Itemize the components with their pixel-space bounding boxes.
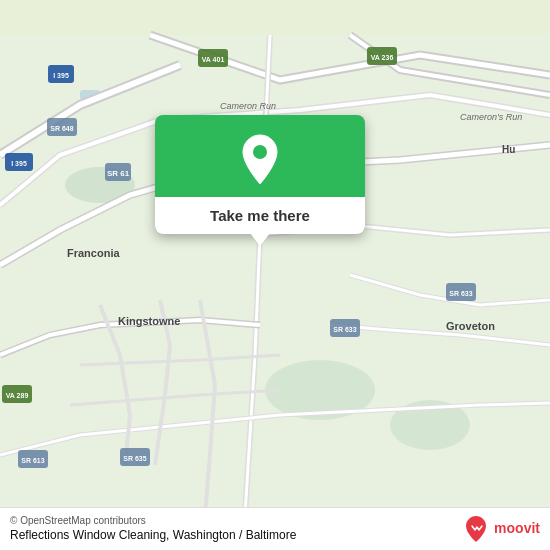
svg-text:VA 289: VA 289 [6, 392, 29, 399]
svg-text:SR 648: SR 648 [50, 125, 73, 132]
pin-icon-area [218, 115, 302, 197]
location-text: Reflections Window Cleaning, Washington … [10, 528, 296, 542]
svg-text:I 395: I 395 [53, 72, 69, 79]
copyright-text: © OpenStreetMap contributors [10, 515, 296, 526]
svg-text:Cameron Run: Cameron Run [220, 101, 276, 111]
moovit-logo: moovit [462, 514, 540, 542]
popup-card: Take me there [155, 115, 365, 234]
take-me-there-button[interactable]: Take me there [155, 197, 365, 234]
svg-point-33 [253, 145, 267, 159]
svg-text:I 395: I 395 [11, 160, 27, 167]
moovit-icon [462, 514, 490, 542]
bottom-bar: © OpenStreetMap contributors Reflections… [0, 507, 550, 550]
svg-text:VA 401: VA 401 [202, 56, 225, 63]
svg-text:SR 633: SR 633 [333, 326, 356, 333]
location-pin-icon [238, 133, 282, 187]
bottom-left: © OpenStreetMap contributors Reflections… [10, 515, 296, 542]
map-container: SR 61 I 395 I 395 VA 401 VA 236 SR 648 S… [0, 0, 550, 550]
svg-text:Hu: Hu [502, 144, 515, 155]
svg-text:SR 61: SR 61 [107, 169, 130, 178]
map-svg: SR 61 I 395 I 395 VA 401 VA 236 SR 648 S… [0, 0, 550, 550]
svg-text:Kingstowne: Kingstowne [118, 315, 180, 327]
svg-text:Cameron's Run: Cameron's Run [460, 112, 522, 122]
moovit-label: moovit [494, 520, 540, 536]
svg-text:Groveton: Groveton [446, 320, 495, 332]
svg-text:Franconia: Franconia [67, 247, 120, 259]
svg-text:SR 613: SR 613 [21, 457, 44, 464]
svg-text:SR 633: SR 633 [449, 290, 472, 297]
svg-text:SR 635: SR 635 [123, 455, 146, 462]
svg-text:VA 236: VA 236 [371, 54, 394, 61]
